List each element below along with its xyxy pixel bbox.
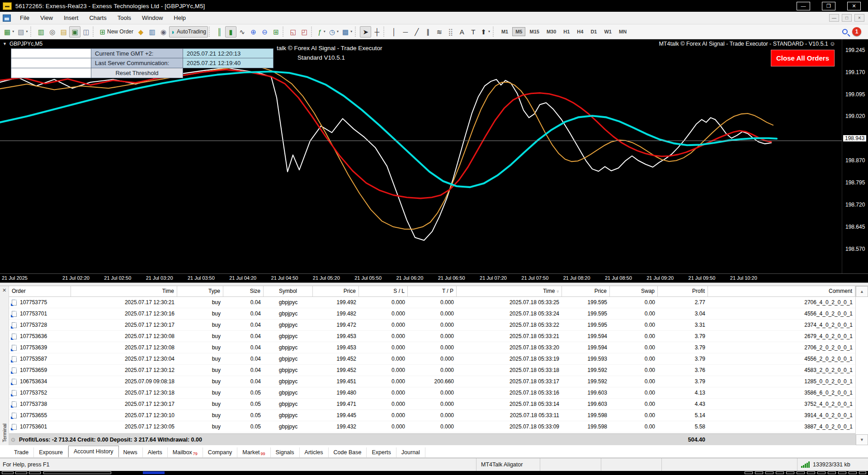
arrange-cascade-button[interactable]: ◰: [299, 26, 310, 38]
tab-alerts[interactable]: Alerts: [143, 447, 168, 457]
taskbar-item[interactable]: [849, 471, 857, 474]
column-header-size[interactable]: Size: [223, 286, 264, 296]
column-header-swap[interactable]: Swap: [610, 286, 658, 296]
scroll-up-icon[interactable]: ▲: [856, 286, 868, 297]
menu-item-view[interactable]: View: [35, 13, 58, 23]
cursor-button[interactable]: ➤: [360, 26, 371, 38]
autotrading-button[interactable]: ◗AutoTrading: [169, 26, 208, 38]
timeframe-w1-button[interactable]: W1: [601, 27, 615, 36]
tab-market[interactable]: Market99: [237, 447, 270, 457]
taskbar-item[interactable]: [786, 471, 794, 474]
menu-item-insert[interactable]: Insert: [58, 13, 84, 23]
taskbar-item[interactable]: [745, 471, 753, 474]
zoom-in-button[interactable]: ⊕: [248, 26, 259, 38]
crosshair-button[interactable]: ┼: [371, 26, 382, 38]
column-header-price[interactable]: Price: [313, 286, 359, 296]
chart-minimize-button[interactable]: —: [829, 14, 839, 22]
navigator-button[interactable]: ▤: [58, 26, 69, 38]
new-order-button[interactable]: ⊞New Order: [98, 26, 135, 38]
table-row[interactable]: 1077535872025.07.17 12:30:04buy0.04gbpjp…: [9, 353, 855, 365]
menu-item-help[interactable]: Help: [168, 13, 191, 23]
taskbar-item[interactable]: [29, 471, 41, 474]
text-label-button[interactable]: T: [467, 26, 479, 38]
taskbar-item[interactable]: [797, 471, 805, 474]
tab-articles[interactable]: Articles: [300, 447, 329, 457]
timeframe-m5-button[interactable]: M5: [512, 27, 525, 36]
search-icon[interactable]: [842, 29, 848, 34]
menu-item-tools[interactable]: Tools: [112, 13, 137, 23]
timeframe-m1-button[interactable]: M1: [498, 27, 511, 36]
periods-button[interactable]: ◷▾: [327, 26, 340, 38]
timeframe-d1-button[interactable]: D1: [587, 27, 600, 36]
column-header-comment[interactable]: Comment: [708, 286, 855, 296]
data-window-button[interactable]: ◎: [47, 26, 58, 38]
timeframe-h1-button[interactable]: H1: [560, 27, 573, 36]
tab-trade[interactable]: Trade: [9, 447, 34, 457]
bar-chart-button[interactable]: ║: [214, 26, 225, 38]
tab-experts[interactable]: Experts: [367, 447, 396, 457]
table-row[interactable]: 1067536342025.07.09 09:08:18buy0.04gbpjp…: [9, 376, 855, 387]
taskbar-active-item[interactable]: [143, 471, 165, 474]
indicators-button[interactable]: ƒ▾: [316, 26, 327, 38]
arrange-tile-button[interactable]: ◱: [288, 26, 299, 38]
trendline-button[interactable]: ╱: [411, 26, 422, 38]
line-chart-button[interactable]: ∿: [236, 26, 248, 38]
channel-button[interactable]: ∥: [422, 26, 434, 38]
taskbar-item[interactable]: [776, 471, 784, 474]
new-chart-button[interactable]: ▦▾: [2, 26, 16, 38]
profiles-button[interactable]: ▧▾: [16, 26, 29, 38]
table-row[interactable]: 1077536012025.07.17 12:30:05buy0.05gbpjp…: [9, 421, 855, 433]
menu-item-window[interactable]: Window: [137, 13, 168, 23]
metaeditor-button[interactable]: ◆: [135, 26, 146, 38]
chart-restore-button[interactable]: □: [842, 14, 852, 22]
taskbar-item[interactable]: [755, 471, 763, 474]
taskbar-item[interactable]: [859, 471, 866, 474]
print-button[interactable]: ▥: [146, 26, 158, 38]
chart-canvas[interactable]: ▼ GBPJPYc,M5 Current Time GMT +2:2025.07…: [0, 39, 842, 273]
column-header-type[interactable]: Type: [177, 286, 223, 296]
menu-item-file[interactable]: File: [14, 13, 35, 23]
strategy-tester-button[interactable]: ◫: [80, 26, 92, 38]
taskbar-item[interactable]: [15, 471, 27, 474]
scroll-down-icon[interactable]: ▼: [856, 434, 868, 445]
record-button[interactable]: ◉: [158, 26, 169, 38]
candlestick-button[interactable]: ▮: [225, 26, 236, 38]
table-row[interactable]: 1077537012025.07.17 12:30:16buy0.04gbpjp…: [9, 308, 855, 320]
minimize-button[interactable]: —: [797, 2, 810, 10]
table-row[interactable]: 1077536362025.07.17 12:30:08buy0.04gbpjp…: [9, 331, 855, 342]
timeframe-m30-button[interactable]: M30: [543, 27, 559, 36]
reset-threshold-button[interactable]: Reset Threshold: [91, 68, 183, 78]
column-header-time[interactable]: Time▿: [457, 286, 562, 296]
arrows-button[interactable]: ⬆▾: [479, 26, 492, 38]
market-watch-button[interactable]: ▥: [35, 26, 47, 38]
table-row[interactable]: 1077537522025.07.17 12:30:18buy0.05gbpjp…: [9, 387, 855, 399]
panel-splitter[interactable]: [0, 282, 868, 286]
taskbar-item[interactable]: [765, 471, 774, 474]
table-row[interactable]: 1077537282025.07.17 12:30:17buy0.04gbpjp…: [9, 320, 855, 331]
tab-company[interactable]: Company: [203, 447, 238, 457]
column-header-time[interactable]: Time: [71, 286, 177, 296]
tab-signals[interactable]: Signals: [271, 447, 300, 457]
tab-news[interactable]: News: [118, 447, 143, 457]
taskbar-item[interactable]: [807, 471, 815, 474]
timeframe-mn-button[interactable]: MN: [616, 27, 630, 36]
restore-button[interactable]: ❐: [822, 2, 835, 10]
tab-code-base[interactable]: Code Base: [329, 447, 367, 457]
terminal-close-icon[interactable]: ✕: [2, 287, 6, 293]
table-row[interactable]: 1077536392025.07.17 12:30:08buy0.04gbpjp…: [9, 342, 855, 353]
column-header-sl[interactable]: S / L: [359, 286, 408, 296]
table-row[interactable]: 1077536552025.07.17 12:30:10buy0.05gbpjp…: [9, 410, 855, 421]
menu-item-charts[interactable]: Charts: [84, 13, 112, 23]
terminal-button[interactable]: ▣: [69, 26, 80, 38]
timeframe-h4-button[interactable]: H4: [574, 27, 586, 36]
vertical-line-button[interactable]: │: [388, 26, 400, 38]
scrollbar-track[interactable]: [856, 297, 868, 434]
text-button[interactable]: A: [456, 26, 467, 38]
fibonacci-button[interactable]: ≋: [434, 26, 445, 38]
close-button[interactable]: ✕: [847, 2, 861, 10]
taskbar-item[interactable]: [817, 471, 826, 474]
price-axis[interactable]: 199.245199.170199.095199.020198.943198.8…: [842, 39, 868, 273]
zoom-out-button[interactable]: ⊖: [259, 26, 270, 38]
column-header-tp[interactable]: T / P: [408, 286, 457, 296]
column-header-price[interactable]: Price: [562, 286, 610, 296]
